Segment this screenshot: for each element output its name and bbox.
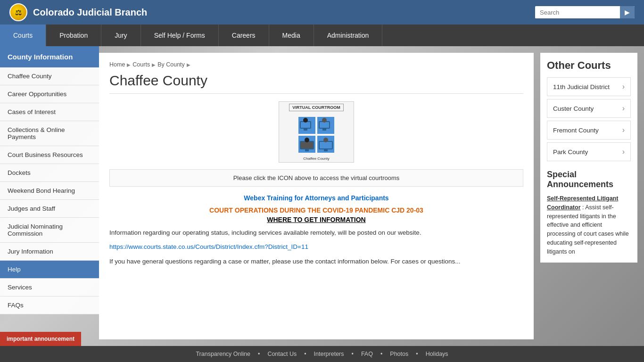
breadcrumb-courts[interactable]: Courts (132, 61, 150, 68)
nav-item-careers[interactable]: Careers (219, 25, 269, 46)
court-ops-text: COURT OPERATIONS DURING THE COVID-19 PAN… (209, 206, 405, 214)
vc-icon-2 (317, 117, 334, 134)
sidebar-item-court-business-resources[interactable]: Court Business Resources (0, 146, 99, 164)
main-navigation: CourtsProbationJurySelf Help / FormsCare… (0, 25, 644, 46)
breadcrumb-by-county[interactable]: By County (157, 61, 185, 68)
sidebar-item-chaffee-county[interactable]: Chaffee County (0, 67, 99, 85)
sidebar-heading: County Information (0, 46, 99, 67)
court-link-11th-judicial-district[interactable]: 11th Judicial District› (547, 77, 631, 96)
svg-rect-3 (304, 129, 307, 131)
svg-rect-5 (320, 122, 329, 128)
footer-link-photos[interactable]: Photos (390, 351, 408, 357)
virtual-courtroom-label: VIRTUAL COURTROOM (289, 104, 343, 111)
footer-separator: • (304, 351, 306, 357)
breadcrumb-sep-1: ▶ (127, 62, 131, 67)
chevron-right-icon: › (622, 126, 625, 134)
svg-rect-7 (322, 129, 326, 131)
footer: Transparency Online•Contact Us•Interpret… (0, 346, 644, 362)
svg-point-2 (303, 118, 308, 123)
search-bar[interactable]: ▶ (535, 6, 635, 18)
court-link-custer-county[interactable]: Custer County› (547, 99, 631, 118)
sidebar-item-help[interactable]: Help (0, 261, 99, 279)
nav-item-jury[interactable]: Jury (101, 25, 140, 46)
svg-rect-1 (301, 122, 310, 128)
breadcrumb-sep-3: ▶ (187, 62, 190, 67)
inner-layout: Home ▶ Courts ▶ By County ▶ Chaffee Coun… (99, 46, 644, 346)
site-header: ⚖ Colorado Judicial Branch ▶ (0, 0, 644, 25)
court-links-container: 11th Judicial District›Custer County›Fre… (547, 77, 631, 161)
ann-body: : Assist self-represented litigants in t… (547, 204, 629, 255)
svg-rect-13 (320, 142, 332, 148)
svg-rect-15 (324, 149, 328, 151)
search-input[interactable] (535, 7, 620, 18)
district-link[interactable]: https://www.courts.state.co.us/Courts/Di… (109, 243, 308, 250)
where-info-heading: WHERE TO GET INFORMATION (109, 216, 523, 223)
sidebar-item-weekend-bond-hearing[interactable]: Weekend Bond Hearing (0, 182, 99, 200)
court-link-park-county[interactable]: Park County› (547, 142, 631, 161)
court-link-label: Fremont County (553, 127, 599, 134)
svg-point-10 (305, 138, 309, 142)
other-courts-title: Other Courts (547, 59, 631, 72)
court-link-fremont-county[interactable]: Fremont County› (547, 121, 631, 140)
sidebar-item-collections-&-online-payments[interactable]: Collections & Online Payments (0, 121, 99, 146)
breadcrumb: Home ▶ Courts ▶ By County ▶ (109, 61, 523, 68)
footer-link-contact-us[interactable]: Contact Us (267, 351, 297, 357)
svg-rect-9 (301, 142, 313, 148)
right-panel: Other Courts 11th Judicial District›Cust… (540, 46, 644, 346)
sidebar-item-judicial-nominating-commission[interactable]: Judicial Nominating Commission (0, 218, 99, 243)
nav-item-probation[interactable]: Probation (46, 25, 101, 46)
click-icon-note: Please click the ICON above to access th… (109, 169, 523, 187)
sidebar-item-dockets[interactable]: Dockets (0, 164, 99, 182)
vc-icon-1 (298, 117, 315, 134)
virtual-courtroom-image[interactable]: VIRTUAL COURTROOM (279, 101, 354, 163)
page-title: Chaffee County (109, 73, 523, 94)
body-text-2: If you have general questions regarding … (109, 257, 523, 266)
nav-item-courts[interactable]: Courts (0, 25, 46, 46)
sidebar: County Information Chaffee CountyCareer … (0, 46, 99, 346)
sidebar-item-faqs[interactable]: FAQs (0, 296, 99, 314)
announcement-text: Self-Represented Litigant Coordinator : … (547, 194, 631, 256)
header-branding: ⚖ Colorado Judicial Branch (9, 3, 147, 21)
footer-link-interpreters[interactable]: Interpreters (314, 351, 344, 357)
body-text-1: Information regarding our operating stat… (109, 228, 523, 238)
sidebar-item-career-opportunities[interactable]: Career Opportunities (0, 85, 99, 103)
svg-point-14 (323, 138, 328, 142)
sidebar-item-judges-and-staff[interactable]: Judges and Staff (0, 200, 99, 218)
sidebar-item-jury-information[interactable]: Jury Information (0, 243, 99, 261)
nav-item-self-help-/-forms[interactable]: Self Help / Forms (141, 25, 219, 46)
site-title: Colorado Judicial Branch (33, 7, 147, 18)
footer-separator: • (416, 351, 418, 357)
footer-separator: • (352, 351, 354, 357)
sidebar-item-services[interactable]: Services (0, 279, 99, 296)
breadcrumb-home[interactable]: Home (109, 61, 125, 68)
svg-rect-11 (305, 149, 309, 151)
footer-separator: • (258, 351, 260, 357)
vc-icon-4 (317, 136, 334, 153)
court-link-label: Park County (553, 148, 588, 156)
right-panel-inner: Other Courts 11th Judicial District›Cust… (540, 53, 637, 263)
footer-separator: • (380, 351, 382, 357)
search-button[interactable]: ▶ (620, 6, 635, 18)
important-announcement-banner[interactable]: important announcement (0, 332, 81, 346)
court-link-label: 11th Judicial District (553, 83, 610, 90)
court-ops-number: 20-03 (406, 206, 423, 214)
county-label: Chaffee County (303, 156, 329, 161)
court-link-label: Custer County (553, 105, 594, 112)
vc-icons-grid (297, 115, 336, 155)
content-wrapper: County Information Chaffee CountyCareer … (0, 46, 644, 346)
chevron-right-icon: › (622, 82, 625, 91)
footer-link-holidays[interactable]: Holidays (426, 351, 448, 357)
body-wrapper: County Information Chaffee CountyCareer … (0, 46, 644, 346)
chevron-right-icon: › (622, 104, 625, 113)
special-announcements-title: Special Announcements (547, 170, 631, 189)
nav-item-media[interactable]: Media (269, 25, 314, 46)
main-content: Home ▶ Courts ▶ By County ▶ Chaffee Coun… (99, 53, 534, 339)
svg-point-6 (322, 118, 327, 123)
chevron-right-icon: › (622, 148, 625, 156)
sidebar-item-cases-of-interest[interactable]: Cases of Interest (0, 103, 99, 121)
footer-link-faq[interactable]: FAQ (361, 351, 373, 357)
court-ops-title: COURT OPERATIONS DURING THE COVID-19 PAN… (109, 206, 523, 214)
footer-link-transparency-online[interactable]: Transparency Online (196, 351, 250, 357)
webex-link[interactable]: Webex Training for Attorneys and Partici… (109, 194, 523, 202)
nav-item-administration[interactable]: Administration (314, 25, 383, 46)
